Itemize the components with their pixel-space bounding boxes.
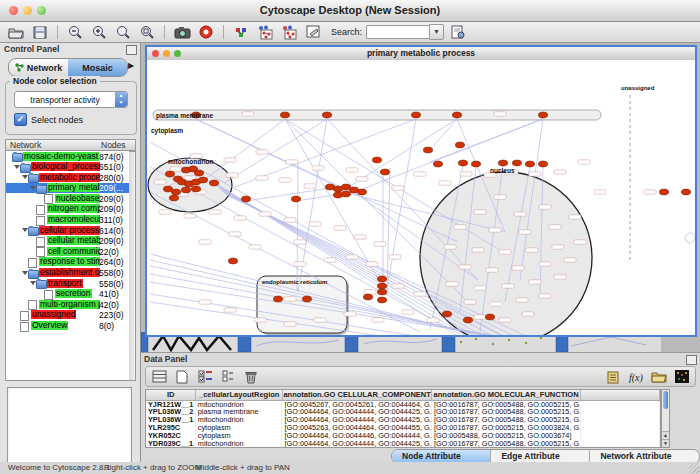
select-attributes-icon[interactable] (149, 368, 169, 385)
view-close-button[interactable] (152, 50, 159, 57)
search-config-icon[interactable] (448, 24, 468, 41)
new-network-from-selection-icon[interactable] (279, 24, 299, 41)
tree-row-establishment-of-lo[interactable]: establishment of lo558(0) (6, 268, 129, 279)
table-row-ydr039c__1[interactable]: YDR039C__1mitochondrion[GO:0044464, GO:0… (146, 440, 660, 448)
scroll-down-arrow[interactable]: ▼ (662, 439, 669, 447)
graph-node[interactable] (191, 186, 200, 192)
table-cell[interactable]: mitochondrion (196, 401, 283, 409)
table-cell[interactable]: cytoplasm (196, 424, 283, 432)
tree-row-secretion[interactable]: secretion41(0) (6, 289, 129, 300)
graph-node[interactable] (363, 294, 372, 300)
graph-node[interactable] (357, 189, 366, 195)
table-cell[interactable]: [GO:0016787, GO:0005488, GO:0005215, G..… (432, 401, 581, 409)
graph-node[interactable] (433, 161, 442, 167)
graph-node[interactable] (485, 314, 494, 320)
save-session-icon[interactable] (30, 24, 50, 41)
table-cell[interactable]: mitochondrion (196, 440, 283, 448)
vizmapper-icon[interactable] (231, 24, 251, 41)
delete-attribute-icon[interactable] (241, 368, 261, 385)
graph-node[interactable] (273, 296, 282, 302)
zoom-fit-icon[interactable] (113, 24, 133, 41)
table-cell[interactable]: [GO:0016787, GO:0005215, GO:0003824, G..… (432, 424, 581, 432)
zoom-selected-icon[interactable] (137, 24, 157, 41)
graph-node[interactable] (659, 189, 668, 195)
tree-row-unassigned[interactable]: unassigned223(0) (6, 310, 129, 321)
snapshot-icon[interactable] (172, 24, 192, 41)
node-color-dropdown[interactable]: transporter activity ▲▼ (14, 91, 128, 108)
search-input[interactable] (366, 25, 429, 39)
column-header--cellularlayoutregion[interactable]: _cellularLayoutRegion (196, 390, 283, 400)
help-icon[interactable] (196, 24, 216, 41)
tab-overflow-arrow[interactable]: ▶ (128, 61, 134, 70)
graph-node[interactable] (377, 297, 386, 303)
graph-node[interactable] (452, 112, 461, 118)
graph-node[interactable] (333, 192, 342, 198)
graph-node[interactable] (377, 283, 386, 289)
graph-node[interactable] (538, 161, 547, 167)
graph-node[interactable] (341, 184, 350, 190)
search-dropdown-arrow[interactable]: ▼ (429, 24, 444, 40)
graph-node[interactable] (372, 157, 381, 163)
tree-row-primary-metabo[interactable]: primary metabo209(... (6, 183, 129, 194)
graph-node[interactable] (194, 170, 203, 176)
table-cell[interactable]: [GO:0044464, GO:0044444, GO:0044425, G..… (282, 440, 431, 448)
tree-row-nucleobase-[interactable]: nucleobase-209(0) (6, 193, 129, 204)
select-nodes-checkbox[interactable]: ✓ (14, 113, 27, 126)
tree-row-cellular-metabo[interactable]: cellular metabo209(0) (6, 236, 129, 247)
birdseye-view[interactable] (7, 387, 132, 474)
graph-node[interactable] (322, 112, 331, 118)
graph-node[interactable] (512, 160, 521, 166)
table-cell[interactable]: [GO:0005488, GO:0005215, GO:0003674] (432, 432, 581, 440)
new-network-from-selected-nodes-icon[interactable] (255, 24, 275, 41)
tree-row-multi-organism-pro[interactable]: multi-organism pro42(0) (6, 299, 129, 310)
view-minimize-button[interactable] (163, 50, 170, 57)
column-header-annotation-go-cellular-component[interactable]: annotation.GO CELLULAR_COMPONENT (283, 390, 432, 400)
graph-node[interactable] (302, 296, 311, 302)
table-cell[interactable]: cytoplasm (196, 432, 283, 440)
table-cell[interactable] (581, 432, 660, 440)
table-cell[interactable]: YPL036W__2 (146, 408, 196, 416)
table-row-ylr295c[interactable]: YLR295Ccytoplasm[GO:0045263, GO:0044464,… (146, 424, 660, 432)
column-header-empty[interactable] (581, 390, 660, 400)
column-header-id[interactable]: ID (146, 390, 196, 400)
tree-row-metabolic-process[interactable]: metabolic process280(0) (6, 172, 129, 183)
graph-node[interactable] (169, 195, 178, 201)
scroll-up-arrow[interactable]: ▲ (662, 431, 669, 439)
table-cell[interactable]: YLR295C (146, 424, 196, 432)
table-row-ypl036w__1[interactable]: YPL036W__1mitochondrion[GO:0044464, GO:0… (146, 416, 660, 424)
graph-node[interactable] (525, 161, 534, 167)
graph-node[interactable] (423, 147, 432, 153)
graph-node[interactable] (241, 196, 250, 202)
table-cell[interactable]: [GO:0045263, GO:0044464, GO:0044455, G..… (282, 424, 431, 432)
graph-node[interactable] (163, 186, 172, 192)
graph-node[interactable] (377, 289, 386, 295)
tree-scrollbar[interactable] (129, 151, 136, 381)
tree-row-transport[interactable]: transport558(0) (6, 278, 129, 289)
tab-network[interactable]: Network (9, 59, 68, 76)
table-cell[interactable] (581, 401, 660, 409)
matrix-icon[interactable] (672, 368, 692, 385)
table-cell[interactable]: [GO:0016787, GO:0005488, GO:0005215, G..… (432, 408, 581, 416)
formula-icon[interactable]: f(x) (626, 368, 646, 385)
tree-row-cell-communicat[interactable]: cell communicat22(0) (6, 246, 129, 257)
graph-node[interactable] (380, 169, 389, 175)
graph-node[interactable] (377, 276, 386, 282)
tree-row-overview[interactable]: Overview8(0) (6, 321, 129, 332)
view-zoom-button[interactable] (174, 50, 181, 57)
graph-node[interactable] (463, 317, 472, 323)
table-cell[interactable]: YDR039C__1 (146, 440, 196, 448)
graph-node[interactable] (209, 180, 218, 186)
tab-mosaic[interactable]: Mosaic (68, 59, 127, 76)
table-cell[interactable] (581, 424, 660, 432)
graph-node[interactable] (228, 258, 237, 264)
float-data-panel-icon[interactable] (686, 355, 697, 365)
graph-node[interactable] (411, 112, 420, 118)
table-cell[interactable]: YKR052C (146, 432, 196, 440)
tree-row-response-to-stimulu[interactable]: response to stimulu264(0) (6, 257, 129, 268)
float-panel-icon[interactable] (126, 45, 137, 55)
attribute-checklist-icon[interactable] (195, 368, 215, 385)
import-attributes-icon[interactable] (603, 368, 623, 385)
table-cell[interactable]: [GO:0044464, GO:0044444, GO:0044425, G..… (282, 408, 431, 416)
column-header-annotation-go-molecular-function[interactable]: annotation.GO MOLECULAR_FUNCTION (432, 390, 581, 400)
window-resize-grip[interactable] (689, 463, 699, 473)
